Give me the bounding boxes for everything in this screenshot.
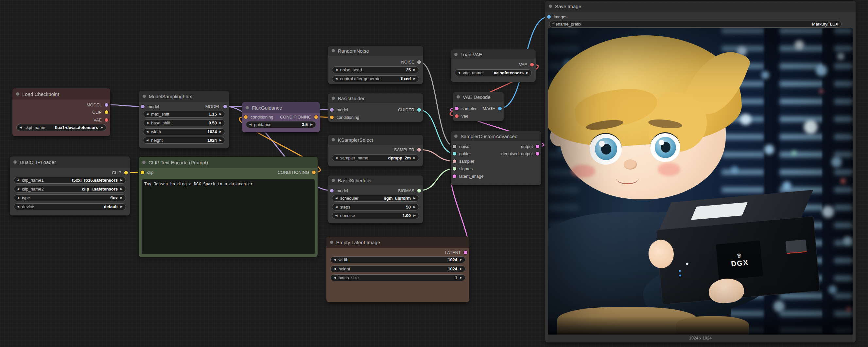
model-input-port[interactable] [141,105,145,108]
next-arrow-icon[interactable]: ▶ [413,68,416,71]
next-arrow-icon[interactable]: ▶ [120,187,123,191]
latent-image-input-port[interactable] [453,174,456,178]
next-arrow-icon[interactable]: ▶ [460,267,462,270]
node-header[interactable]: SamplerCustomAdvanced [451,131,541,141]
clip-output-port[interactable] [124,171,128,174]
collapse-dot-icon[interactable] [16,92,19,95]
next-arrow-icon[interactable]: ▶ [413,156,416,160]
collapse-dot-icon[interactable] [457,95,460,98]
next-arrow-icon[interactable]: ▶ [413,206,416,208]
steps-widget[interactable]: ◀steps50▶ [332,204,419,210]
node-header[interactable]: ModelSamplingFlux [139,91,229,102]
sampler-input-port[interactable] [453,160,456,163]
node-graph-canvas[interactable]: Load Checkpoint MODEL CLIP VAE ◀ ckpt_na… [0,0,868,347]
node-header[interactable]: DualCLIPLoader [10,156,130,168]
collapse-dot-icon[interactable] [142,161,146,164]
guider-input-port[interactable] [453,152,456,155]
node-clip-text-encode[interactable]: CLIP Text Encode (Prompt) clip CONDITION… [139,157,317,257]
filename-prefix-widget[interactable]: filename_prefix MarkuryFLUX [549,21,841,28]
next-arrow-icon[interactable]: ▶ [219,121,222,124]
latent-output-port[interactable] [464,251,467,254]
node-header[interactable]: RandomNoise [328,46,423,56]
node-header[interactable]: Empty Latent Image [327,237,469,248]
node-random-noise[interactable]: RandomNoise NOISE ◀noise_seed25▶ ◀contro… [328,46,423,84]
clip-name1-widget[interactable]: ◀clip_name1t5xxl_fp16.safetensors▶ [14,177,126,184]
node-header[interactable]: KSamplerSelect [328,135,423,145]
node-ksampler-select[interactable]: KSamplerSelect SAMPLER ◀sampler_namedpmp… [328,135,423,166]
collapse-dot-icon[interactable] [13,161,17,164]
vae-name-widget[interactable]: ◀vae_nameae.safetensors▶ [455,69,532,76]
output-port[interactable] [536,145,539,148]
next-arrow-icon[interactable]: ▶ [120,179,123,182]
prev-arrow-icon[interactable]: ◀ [334,267,336,270]
samples-input-port[interactable] [455,107,459,110]
next-arrow-icon[interactable]: ▶ [460,258,462,261]
sigmas-input-port[interactable] [453,167,456,171]
sampler-output-port[interactable] [417,148,421,151]
collapse-dot-icon[interactable] [246,106,249,109]
vae-output-port[interactable] [105,118,108,122]
prev-arrow-icon[interactable]: ◀ [335,206,338,208]
noise-seed-widget[interactable]: ◀noise_seed25▶ [332,66,419,73]
prev-arrow-icon[interactable]: ◀ [335,68,338,71]
next-arrow-icon[interactable]: ▶ [310,123,313,126]
prev-arrow-icon[interactable]: ◀ [249,123,251,126]
prev-arrow-icon[interactable]: ◀ [335,77,338,80]
prev-arrow-icon[interactable]: ◀ [17,205,19,208]
collapse-dot-icon[interactable] [332,96,335,100]
node-save-image[interactable]: Save Image images filename_prefix Markur… [545,1,856,342]
node-empty-latent-image[interactable]: Empty Latent Image LATENT ◀width1024▶ ◀h… [327,237,469,302]
collapse-dot-icon[interactable] [332,179,335,182]
collapse-dot-icon[interactable] [454,53,458,56]
prev-arrow-icon[interactable]: ◀ [334,276,336,279]
width-widget[interactable]: ◀width1024▶ [330,256,465,263]
vae-input-port[interactable] [455,114,459,118]
collapse-dot-icon[interactable] [143,95,146,98]
prev-arrow-icon[interactable]: ◀ [17,196,19,199]
node-header[interactable]: Load VAE [451,50,536,59]
conditioning-output-port[interactable] [314,115,318,119]
next-arrow-icon[interactable]: ▶ [120,196,123,199]
node-vae-decode[interactable]: VAE Decode samples IMAGE vae [453,92,504,121]
guidance-widget[interactable]: ◀guidance3.5▶ [246,121,316,128]
prev-arrow-icon[interactable]: ◀ [146,113,149,116]
collapse-dot-icon[interactable] [332,49,335,52]
prompt-textarea[interactable]: Toy Jensen holding a DGX Spark in a data… [142,179,315,254]
vae-output-port[interactable] [530,63,534,66]
clip-input-port[interactable] [141,171,144,174]
node-header[interactable]: Load Checkpoint [12,88,110,99]
batch-size-widget[interactable]: ◀batch_size1▶ [330,274,465,281]
next-arrow-icon[interactable]: ▶ [219,130,222,133]
type-widget[interactable]: ◀typeflux▶ [14,195,126,201]
next-arrow-icon[interactable]: ▶ [460,276,462,279]
ckpt-name-widget[interactable]: ◀ ckpt_name flux1-dev.safetensors ▶ [17,124,106,131]
next-arrow-icon[interactable]: ▶ [413,197,416,200]
prev-arrow-icon[interactable]: ◀ [17,187,19,191]
images-input-port[interactable] [547,15,551,19]
prev-arrow-icon[interactable]: ◀ [335,197,338,200]
denoise-widget[interactable]: ◀denoise1.00▶ [332,212,419,219]
collapse-dot-icon[interactable] [330,241,333,244]
next-arrow-icon[interactable]: ▶ [101,126,103,129]
node-model-sampling-flux[interactable]: ModelSamplingFlux model MODEL ◀max_shift… [139,91,229,148]
next-arrow-icon[interactable]: ▶ [219,113,222,116]
model-input-port[interactable] [330,108,334,112]
node-load-checkpoint[interactable]: Load Checkpoint MODEL CLIP VAE ◀ ckpt_na… [12,88,110,136]
node-header[interactable]: BasicGuider [328,93,423,103]
next-arrow-icon[interactable]: ▶ [413,214,416,217]
next-arrow-icon[interactable]: ▶ [120,205,123,208]
prev-arrow-icon[interactable]: ◀ [146,139,149,142]
collapse-dot-icon[interactable] [549,5,552,8]
clip-name2-widget[interactable]: ◀clip_name2clip_l.safetensors▶ [14,185,126,193]
conditioning-input-port[interactable] [244,115,248,119]
node-basic-scheduler[interactable]: BasicScheduler model SIGMAS ◀schedulersg… [328,175,423,223]
scheduler-widget[interactable]: ◀schedulersgm_uniform▶ [332,195,419,202]
prev-arrow-icon[interactable]: ◀ [146,130,149,133]
model-output-port[interactable] [105,103,108,107]
prev-arrow-icon[interactable]: ◀ [458,71,460,74]
prev-arrow-icon[interactable]: ◀ [17,179,19,182]
node-header[interactable]: BasicScheduler [328,175,423,185]
next-arrow-icon[interactable]: ▶ [526,71,529,74]
width-widget[interactable]: ◀width1024▶ [143,128,225,135]
model-input-port[interactable] [330,189,334,193]
